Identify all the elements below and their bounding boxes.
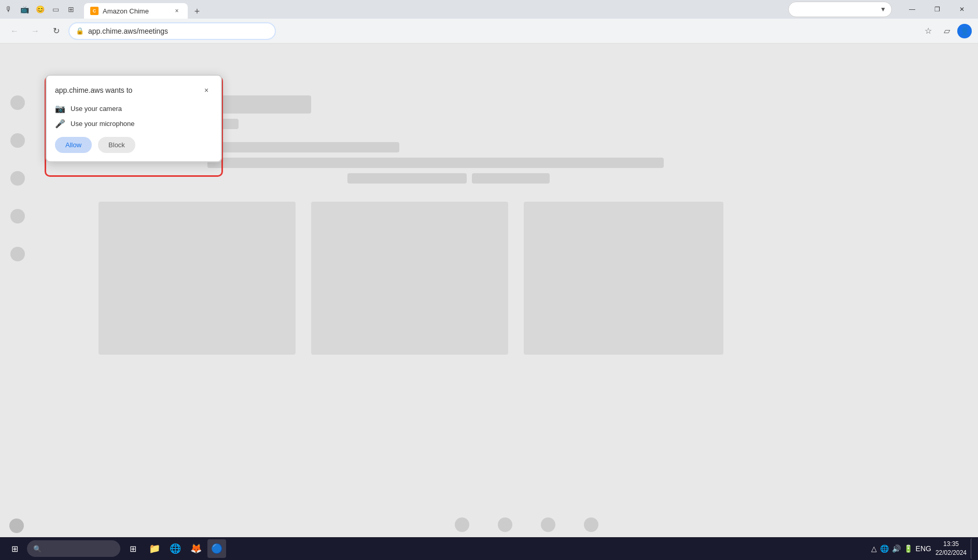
start-button[interactable]: ⊞ (4, 538, 25, 559)
taskbar-clock[interactable]: 13:35 22/02/2024 (935, 540, 967, 557)
popup-close-button[interactable]: × (200, 84, 213, 96)
microphone-permission-label: Use your microphone (71, 120, 135, 128)
browser-window: 🎙 📺 😊 ▭ ⊞ C Amazon Chime × + ▼ — ❐ ✕ (0, 0, 978, 560)
bookmark-button[interactable]: ☆ (920, 23, 937, 39)
title-bar-icons: 🎙 📺 😊 ▭ ⊞ (4, 5, 76, 14)
permission-popup: app.chime.aws wants to × 📷 Use your came… (46, 75, 222, 162)
language-icon[interactable]: ENG (916, 544, 931, 553)
tabs-area: C Amazon Chime × + (84, 0, 784, 19)
chrome-icon: 🔵 (211, 543, 222, 554)
window-controls: — ❐ ✕ (900, 0, 974, 19)
close-button[interactable]: ✕ (950, 0, 974, 19)
clock-date: 22/02/2024 (935, 549, 967, 557)
taskbar-app-chrome[interactable]: 🔵 (207, 539, 226, 558)
taskbar-right: △ 🌐 🔊 🔋 ENG 13:35 22/02/2024 (871, 538, 974, 559)
bottom-dots (0, 517, 978, 532)
camera-permission-label: Use your camera (71, 105, 122, 113)
show-desktop-button[interactable] (971, 538, 974, 559)
skeleton-text-5 (472, 173, 550, 184)
taskbar: ⊞ 🔍 ⊞ 📁 🌐 🦊 🔵 △ 🌐 🔊 🔋 ENG (0, 537, 978, 560)
system-tray: △ 🌐 🔊 🔋 ENG (871, 544, 931, 553)
microphone-permission-item: 🎤 Use your microphone (55, 119, 213, 129)
grid-icon[interactable]: ⊞ (66, 5, 76, 14)
task-view-button[interactable]: ⊞ (122, 538, 143, 559)
tray-arrow-icon[interactable]: △ (871, 544, 877, 553)
mic-icon[interactable]: 🎙 (4, 5, 13, 14)
title-bar: 🎙 📺 😊 ▭ ⊞ C Amazon Chime × + ▼ — ❐ ✕ (0, 0, 978, 19)
start-icon: ⊞ (11, 544, 18, 554)
popup-header: app.chime.aws wants to × (55, 84, 213, 96)
profile-button[interactable]: 👤 (957, 24, 972, 38)
camera-permission-item: 📷 Use your camera (55, 104, 213, 114)
taskbar-search[interactable]: 🔍 (27, 540, 120, 557)
sidebar-circle-5 (10, 247, 25, 261)
allow-button[interactable]: Allow (55, 137, 92, 153)
forward-button[interactable]: → (27, 23, 44, 39)
profile-icon-symbol: 👤 (960, 27, 969, 35)
popup-actions: Allow Block (55, 137, 213, 153)
split-view-button[interactable]: ▱ (939, 23, 955, 39)
new-tab-button[interactable]: + (190, 4, 204, 19)
taskbar-app-explorer[interactable]: 📁 (145, 539, 164, 558)
sidebar-circle-2 (10, 133, 25, 148)
active-tab[interactable]: C Amazon Chime × (84, 3, 188, 19)
bottom-dot-4 (584, 517, 598, 532)
address-bar[interactable]: 🔒 app.chime.aws/meetings (68, 22, 276, 40)
skeleton-text-1 (207, 142, 399, 152)
bottom-dot-1 (455, 517, 469, 532)
bottom-dot-2 (498, 517, 512, 532)
window-icon[interactable]: ▭ (51, 5, 60, 14)
skeleton-card-3 (524, 202, 723, 355)
page-content: app.chime.aws wants to × 📷 Use your came… (0, 44, 978, 537)
task-view-icon: ⊞ (130, 544, 136, 554)
sidebar-circle-3 (10, 171, 25, 186)
microphone-icon: 🎤 (55, 119, 65, 129)
emoji-icon[interactable]: 😊 (35, 5, 45, 14)
volume-icon[interactable]: 🔊 (892, 544, 901, 553)
tab-favicon: C (90, 7, 99, 15)
skeleton-text-3 (347, 158, 664, 168)
skeleton-card-2 (311, 202, 508, 355)
lock-icon: 🔒 (76, 27, 84, 35)
bottom-dot-3 (541, 517, 555, 532)
top-search-bar[interactable]: ▼ (788, 2, 892, 17)
block-button[interactable]: Block (98, 137, 135, 153)
battery-icon[interactable]: 🔋 (904, 544, 913, 553)
network-icon[interactable]: 🌐 (880, 544, 889, 553)
back-button[interactable]: ← (6, 23, 23, 39)
camera-icon: 📷 (55, 104, 65, 114)
sidebar-circle-1 (10, 95, 25, 110)
firefox-icon: 🦊 (190, 543, 202, 554)
skeleton-card-1 (99, 202, 296, 355)
navigation-bar: ← → ↻ 🔒 app.chime.aws/meetings ☆ ▱ 👤 (0, 19, 978, 44)
popup-title: app.chime.aws wants to (55, 86, 132, 94)
sidebar-circle-4 (10, 209, 25, 223)
minimize-button[interactable]: — (900, 0, 924, 19)
url-text: app.chime.aws/meetings (88, 27, 269, 35)
search-icon: 🔍 (33, 545, 41, 553)
restore-button[interactable]: ❐ (925, 0, 949, 19)
edge-icon: 🌐 (170, 543, 181, 554)
sidebar-circles (10, 95, 25, 261)
skeleton-text-4 (347, 173, 467, 184)
taskbar-app-firefox[interactable]: 🦊 (187, 539, 205, 558)
screen-share-icon[interactable]: 📺 (20, 5, 29, 14)
taskbar-app-edge[interactable]: 🌐 (166, 539, 185, 558)
reload-button[interactable]: ↻ (48, 23, 64, 39)
tab-close-button[interactable]: × (172, 6, 181, 16)
tab-label: Amazon Chime (103, 7, 168, 15)
nav-right-icons: ☆ ▱ 👤 (920, 23, 972, 39)
clock-time: 13:35 (935, 540, 967, 549)
explorer-icon: 📁 (149, 543, 160, 554)
